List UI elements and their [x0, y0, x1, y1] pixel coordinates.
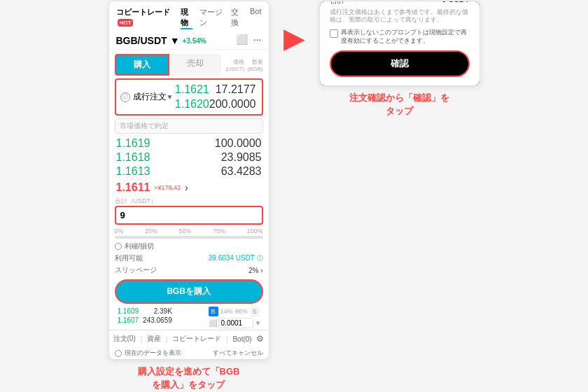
order-icon: ⬜ — [209, 319, 217, 327]
available-row: 利用可能 39.6034 USDT ⓘ — [115, 253, 263, 263]
modal-total-label: 合計 — [330, 1, 345, 5]
left-caption: 購入設定を進めて「BGBを購入」をタップ — [138, 365, 240, 391]
assets-tab[interactable]: 資産 — [147, 334, 161, 344]
left-phone-panel: コピートレード HOT 現物 マージン 交換 Bot BGB/USDT ▼ +3… — [108, 1, 270, 360]
bot-tab[interactable]: Bot(0) — [232, 335, 251, 343]
usdt-col-header: (USDT) — [225, 66, 244, 72]
arrow-section: ▶ — [284, 1, 305, 54]
tp-sl-label: 利確/損切 — [125, 241, 155, 251]
ob-qty-0: 17.2177 — [216, 83, 256, 96]
ob-sell-row-0: 1.1619 100.0000 — [115, 136, 263, 150]
slider-label-3: 75% — [213, 227, 225, 234]
pair-title: BGB/USDT ▼ +3.54% — [116, 35, 206, 46]
modal-checkbox-row: 再表示しないこのプロンプトは現物設定で再度有効にすることができます。 — [330, 29, 470, 45]
tp-sl-row: 利確/損切 — [115, 241, 263, 251]
slippage-label: スリッページ — [115, 265, 157, 275]
slider-bar[interactable] — [115, 236, 263, 239]
arrow-right-icon: › — [185, 182, 188, 193]
right-arrow-icon: ▶ — [284, 22, 305, 54]
modal-box: 注文確認 × BGB/USDT ・ 購入 注文タイプ 成行注文 合計 9 USD… — [320, 1, 479, 85]
modal-checkbox-label: 再表示しないこのプロンプトは現物設定で再度有効にすることができます。 — [341, 29, 470, 45]
bgb-buy-button[interactable]: BGBを購入 — [115, 279, 263, 304]
candlestick-icon[interactable]: ⬜ — [236, 34, 248, 45]
sell-tab[interactable]: 売却 — [169, 54, 221, 76]
ob-row-1: 1.1620 200.0000 — [174, 97, 258, 111]
right-section: 1.1609 225.8324 1.1606 33.3210 1.1603 ≈¥… — [319, 1, 480, 117]
total-label: 合計（USDT） — [115, 197, 263, 206]
slider-label-0: 0% — [115, 227, 124, 234]
nav-exchange[interactable]: 交換 — [231, 7, 243, 29]
info-icon-2: ⓘ — [257, 255, 263, 262]
right-phone-panel: 1.1609 225.8324 1.1606 33.3210 1.1603 ≈¥… — [319, 1, 480, 86]
chevron-down-icon: ▼ — [167, 93, 174, 101]
settings-icon[interactable]: ⚙ — [256, 334, 264, 344]
current-price-jpy: ≈¥178.42 — [154, 184, 180, 191]
show-data-radio[interactable] — [115, 350, 122, 357]
order-type-row[interactable]: ⓘ 成行注文 ▼ 1.1621 17.2177 1.1620 200.0000 — [115, 78, 263, 115]
tp-sl-radio[interactable] — [115, 243, 122, 250]
current-price-row: 1.1611 ≈¥178.42 › — [115, 180, 263, 195]
bottom-nav: 注文(0) | 資産 | コピートレード | Bot(0) ⚙ — [109, 330, 269, 347]
buy-indicator: B — [209, 307, 218, 316]
copy-trade-label: コピートレード — [116, 8, 170, 16]
modal-total-value: 9 USDT — [442, 1, 469, 5]
sell-indicator: S — [250, 307, 260, 316]
slippage-row: スリッページ 2% › — [115, 265, 263, 275]
ob-sell-row-1: 1.1618 23.9085 — [115, 150, 263, 164]
available-label: 利用可能 — [115, 253, 143, 263]
ob-sell-row-2: 1.1613 63.4283 — [115, 164, 263, 178]
info-icon: ⓘ — [120, 92, 130, 102]
more-icon[interactable]: ··· — [253, 34, 262, 45]
order-type-label: 成行注文 — [133, 91, 167, 103]
slider-label-4: 100% — [246, 227, 262, 234]
modal-total-row: 合計 9 USDT — [330, 1, 470, 5]
modal-checkbox[interactable] — [330, 29, 338, 38]
slider-labels: 0% 25% 50% 75% 100% — [115, 227, 263, 234]
ob-bottom-section: 1.1609 2.39K 1.1607 243.0659 — [116, 307, 174, 328]
cancel-all-button[interactable]: すべてキャンセル — [213, 349, 263, 358]
nav-spot[interactable]: 現物 — [181, 7, 192, 29]
pair-icons: ⬜ ··· — [236, 34, 262, 45]
right-caption: 注文確認から「確認」をタップ — [349, 92, 449, 117]
slider-label-1: 25% — [145, 227, 158, 234]
price-col-header: 価格 — [233, 58, 244, 66]
ob-qty-1: 200.0000 — [209, 98, 256, 111]
slider-row[interactable]: 0% 25% 50% 75% 100% — [115, 227, 263, 239]
hot-badge: HOT — [118, 19, 134, 27]
small-chevron-icon: ▼ — [255, 319, 262, 327]
ob-bottom-row-0: 1.1609 2.39K — [116, 307, 174, 316]
pair-arrow: ▼ — [170, 35, 180, 46]
available-value: 39.6034 USDT ⓘ — [209, 254, 263, 263]
pair-change: +3.54% — [182, 37, 206, 45]
confirm-button[interactable]: 確認 — [330, 50, 470, 77]
chevron-slip-icon: › — [260, 267, 262, 274]
ob-bottom-section-2: B 14% 86% S ⬜ ▼ — [209, 307, 262, 328]
nav-bot[interactable]: Bot — [250, 7, 262, 29]
ob-price-1: 1.1620 — [175, 98, 209, 111]
panel-header: コピートレード HOT 現物 マージン 交換 Bot BGB/USDT ▼ +3… — [109, 1, 269, 50]
orders-tab[interactable]: 注文(0) — [113, 334, 136, 344]
order-section: 購入 売却 価格 (USDT) 数量 (BGB) ⓘ 成行注文 ▼ — [109, 54, 269, 328]
current-data-label: 現在のデータを表示 — [125, 349, 181, 358]
show-data-row: 現在のデータを表示 すべてキャンセル — [109, 347, 269, 359]
sell-pct: 86% — [235, 308, 248, 315]
pair-name: BGB/USDT — [116, 35, 167, 46]
total-input[interactable] — [115, 206, 263, 225]
ob-row-0: 1.1621 17.2177 — [174, 83, 258, 97]
total-row: 合計（USDT） — [115, 197, 263, 225]
qty-col-header: 数量 — [252, 58, 263, 66]
ob-price-0: 1.1621 — [175, 83, 209, 96]
left-section: コピートレード HOT 現物 マージン 交換 Bot BGB/USDT ▼ +3… — [108, 1, 270, 391]
modal-note: 成行注文価格はあくまで参考値です。最終的な価格は、実際の取引によって異なります。 — [330, 8, 470, 24]
slider-label-2: 50% — [178, 227, 191, 234]
small-input[interactable] — [218, 318, 253, 328]
market-price-label: 市場価格で約定 — [115, 118, 263, 134]
copy-trade-tab-bottom[interactable]: コピートレード — [172, 334, 221, 344]
slippage-value: 2% › — [248, 267, 263, 274]
ob-bottom-row-1: 1.1607 243.0659 — [116, 316, 174, 325]
buy-tab[interactable]: 購入 — [115, 54, 169, 76]
current-price: 1.1611 — [116, 181, 150, 194]
buy-pct: 14% — [220, 308, 233, 315]
nav-copy-trade[interactable]: コピートレード HOT — [116, 7, 174, 29]
nav-margin[interactable]: マージン — [200, 7, 224, 29]
